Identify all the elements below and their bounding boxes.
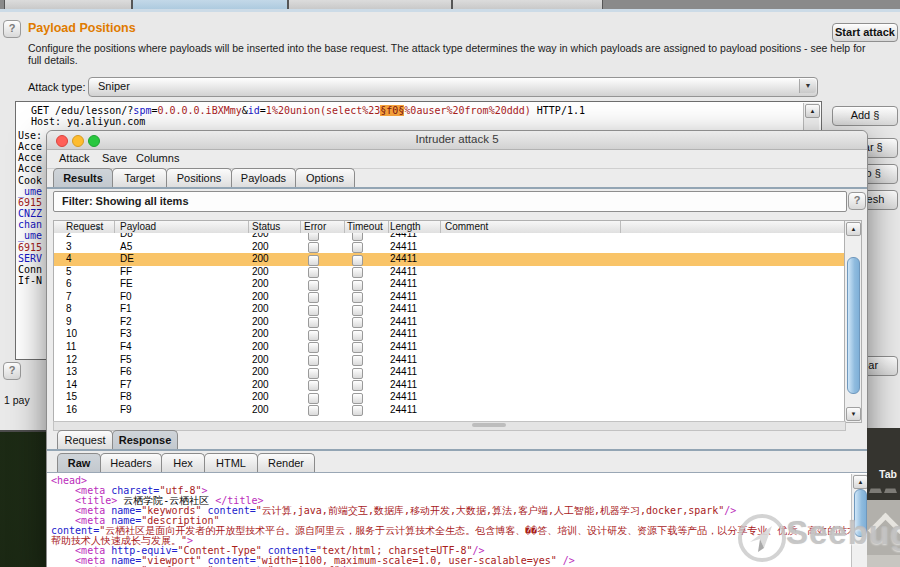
timeout-checkbox[interactable] (352, 317, 363, 328)
error-checkbox[interactable] (308, 233, 319, 241)
text-segment: §f0§ (380, 105, 404, 116)
response-scrollbar[interactable]: ▲ (851, 474, 867, 567)
cell-status: 200 (252, 266, 269, 277)
timeout-checkbox[interactable] (352, 393, 363, 404)
error-checkbox[interactable] (308, 292, 319, 303)
timeout-checkbox[interactable] (352, 330, 363, 341)
timeout-checkbox[interactable] (352, 305, 363, 316)
table-row[interactable]: 13F620024411 (54, 366, 845, 379)
table-row[interactable]: 11F420024411 (54, 341, 845, 354)
window-titlebar[interactable]: Intruder attack 5 (47, 131, 867, 150)
timeout-checkbox[interactable] (352, 342, 363, 353)
table-row[interactable]: 10F320024411 (54, 328, 845, 341)
timeout-checkbox[interactable] (352, 233, 363, 241)
table-row[interactable]: 9F220024411 (54, 316, 845, 329)
tab-request[interactable]: Request (57, 430, 113, 450)
tab-results[interactable]: Results (53, 168, 113, 188)
attack-type-dropdown[interactable]: Sniper ▼ (88, 77, 818, 97)
error-checkbox[interactable] (308, 368, 319, 379)
clipped-header-line: _ume (18, 186, 42, 197)
cell-request: 8 (66, 303, 72, 314)
col-error[interactable]: Error (304, 221, 326, 232)
text-segment: /> (724, 505, 736, 516)
intruder-attack-window: Intruder attack 5 Attack Save Columns Re… (46, 130, 868, 567)
col-timeout[interactable]: Timeout (347, 221, 383, 232)
tab-hex[interactable]: Hex (161, 453, 205, 473)
scrollbar-thumb[interactable] (847, 257, 860, 394)
error-checkbox[interactable] (308, 242, 319, 253)
tab-positions[interactable]: Positions (166, 168, 232, 188)
scroll-up-icon[interactable]: ▲ (805, 104, 820, 118)
clipped-header-line: 6915 (18, 197, 42, 208)
table-row[interactable]: 2D820024411 (54, 233, 845, 241)
table-row[interactable]: 7F020024411 (54, 291, 845, 304)
chevron-down-icon[interactable]: ▼ (799, 79, 816, 93)
timeout-checkbox[interactable] (352, 368, 363, 379)
timeout-checkbox[interactable] (352, 380, 363, 391)
error-checkbox[interactable] (308, 305, 319, 316)
table-row[interactable]: 15F820024411 (54, 391, 845, 404)
timeout-checkbox[interactable] (352, 292, 363, 303)
error-checkbox[interactable] (308, 342, 319, 353)
error-checkbox[interactable] (308, 267, 319, 278)
cell-status: 200 (252, 341, 269, 352)
tab-html[interactable]: HTML (204, 453, 258, 473)
error-checkbox[interactable] (308, 380, 319, 391)
cell-payload: F0 (120, 291, 132, 302)
key-label: Tab (879, 468, 897, 480)
scroll-down-icon[interactable]: ▼ (846, 407, 861, 421)
timeout-checkbox[interactable] (352, 405, 363, 416)
table-row[interactable]: 8F120024411 (54, 303, 845, 316)
error-checkbox[interactable] (308, 405, 319, 416)
col-payload[interactable]: Payload (120, 221, 156, 232)
menu-attack[interactable]: Attack (59, 152, 90, 164)
response-viewer[interactable]: <head> <meta charset="utf-8"> <title> 云栖… (47, 473, 867, 567)
error-checkbox[interactable] (308, 393, 319, 404)
scroll-up-icon[interactable]: ▲ (846, 222, 861, 236)
table-row[interactable]: 14F720024411 (54, 379, 845, 392)
results-scrollbar[interactable]: ▲ ▼ (844, 220, 862, 423)
error-checkbox[interactable] (308, 317, 319, 328)
col-comment[interactable]: Comment (445, 221, 488, 232)
scroll-up-icon[interactable]: ▲ (853, 475, 868, 489)
table-row[interactable]: 4DE20024411 (54, 253, 845, 266)
tab-options[interactable]: Options (295, 168, 355, 188)
add-marker-button[interactable]: Add § (832, 106, 898, 126)
table-row[interactable]: 3A520024411 (54, 241, 845, 254)
timeout-checkbox[interactable] (352, 255, 363, 266)
help-icon[interactable]: ? (3, 20, 21, 38)
table-row[interactable]: 6FE20024411 (54, 278, 845, 291)
tab-payloads[interactable]: Payloads (231, 168, 296, 188)
scrollbar-thumb[interactable] (472, 423, 506, 427)
cell-payload: F3 (120, 328, 132, 339)
response-raw-text: <head> <meta charset="utf-8"> <title> 云栖… (51, 476, 867, 567)
timeout-checkbox[interactable] (352, 355, 363, 366)
tab-response[interactable]: Response (112, 430, 178, 450)
tab-target[interactable]: Target (112, 168, 167, 188)
table-row[interactable]: 16F920024411 (54, 404, 845, 417)
error-checkbox[interactable] (308, 255, 319, 266)
tab-render[interactable]: Render (257, 453, 315, 473)
menu-columns[interactable]: Columns (136, 152, 179, 164)
help-icon[interactable]: ? (848, 192, 866, 210)
tab-headers[interactable]: Headers (100, 453, 162, 473)
timeout-checkbox[interactable] (352, 242, 363, 253)
col-status[interactable]: Status (252, 221, 280, 232)
start-attack-button[interactable]: Start attack (832, 23, 898, 42)
cell-request: 5 (66, 266, 72, 277)
error-checkbox[interactable] (308, 330, 319, 341)
col-length[interactable]: Length (390, 221, 421, 232)
cell-length: 24411 (390, 366, 417, 377)
tab-raw[interactable]: Raw (57, 453, 101, 473)
cell-status: 200 (252, 391, 269, 402)
help-icon[interactable]: ? (3, 362, 21, 380)
error-checkbox[interactable] (308, 355, 319, 366)
scrollbar-thumb[interactable] (854, 489, 867, 537)
error-checkbox[interactable] (308, 280, 319, 291)
table-row[interactable]: 5FF20024411 (54, 266, 845, 279)
menu-save[interactable]: Save (102, 152, 127, 164)
filter-bar[interactable]: Filter: Showing all items (53, 191, 847, 212)
timeout-checkbox[interactable] (352, 280, 363, 291)
timeout-checkbox[interactable] (352, 267, 363, 278)
table-row[interactable]: 12F520024411 (54, 354, 845, 367)
